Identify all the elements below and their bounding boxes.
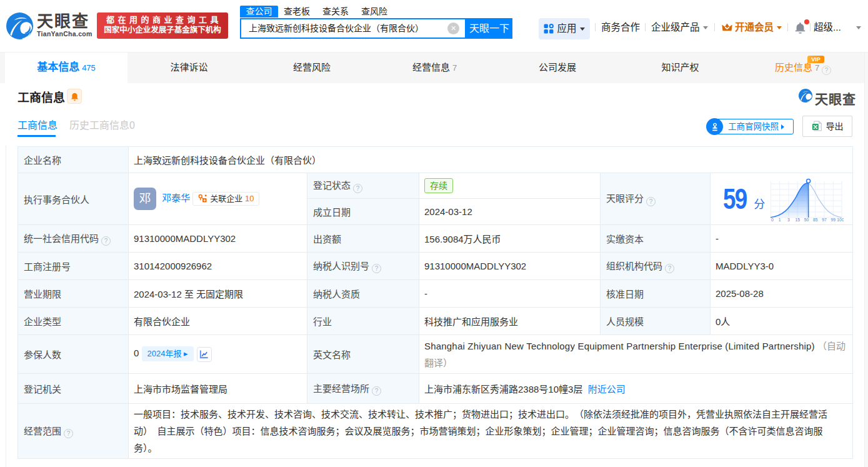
svg-text:15: 15: [795, 218, 800, 221]
svg-text:3: 3: [787, 218, 790, 221]
svg-text:50: 50: [804, 218, 809, 221]
svg-text:99: 99: [831, 218, 836, 221]
svg-text:100: 100: [837, 218, 844, 221]
svg-text:0: 0: [771, 218, 774, 221]
svg-text:85: 85: [813, 218, 818, 221]
svg-text:97: 97: [822, 218, 827, 221]
svg-text:1: 1: [779, 218, 781, 221]
